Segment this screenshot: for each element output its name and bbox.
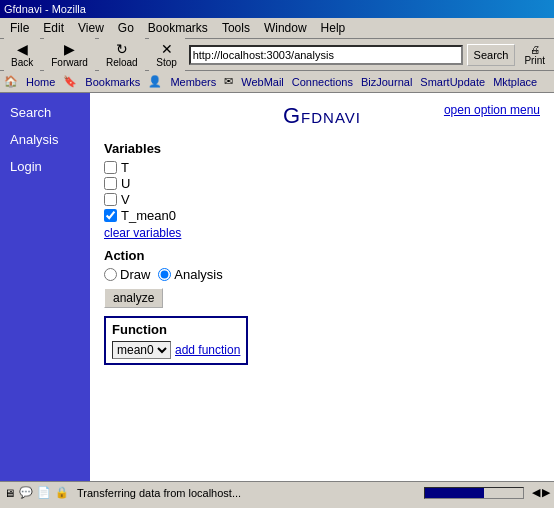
forward-icon: ▶: [64, 41, 75, 57]
bookmark-mktplace[interactable]: Mktplace: [493, 76, 537, 88]
radio-analysis-input[interactable]: [158, 268, 171, 281]
variable-tmean0-label: T_mean0: [121, 208, 176, 223]
checkbox-u[interactable]: [104, 177, 117, 190]
radio-group: Draw Analysis: [104, 267, 540, 282]
checkbox-v[interactable]: [104, 193, 117, 206]
action-section: Action Draw Analysis analyze: [104, 248, 540, 308]
radio-draw-input[interactable]: [104, 268, 117, 281]
sidebar-analysis[interactable]: Analysis: [0, 128, 90, 151]
progress-bar-container: [424, 487, 524, 499]
bookmark-webmail[interactable]: WebMail: [241, 76, 284, 88]
bookmark-icon: 🏠: [4, 75, 18, 88]
address-bar: Search: [189, 44, 516, 66]
print-icon: 🖨: [530, 44, 540, 55]
stop-icon: ✕: [161, 41, 173, 57]
bookmark-home[interactable]: Home: [26, 76, 55, 88]
variable-v: V: [104, 192, 540, 207]
toolbar: ◀ Back ▶ Forward ↻ Reload ✕ Stop Search …: [0, 39, 554, 71]
checkbox-tmean0[interactable]: [104, 209, 117, 222]
arrow-right-icon: ▶: [542, 486, 550, 499]
stop-label: Stop: [156, 57, 177, 68]
menu-file[interactable]: File: [4, 20, 35, 36]
back-button[interactable]: ◀ Back: [4, 38, 40, 71]
bookmark-connections[interactable]: Connections: [292, 76, 353, 88]
variable-v-label: V: [121, 192, 130, 207]
forward-button[interactable]: ▶ Forward: [44, 38, 95, 71]
progress-bar-fill: [425, 488, 484, 498]
bookmark-icon-mem: 👤: [148, 75, 162, 88]
variable-u: U: [104, 176, 540, 191]
status-icon-3: 📄: [37, 486, 51, 499]
address-input[interactable]: [189, 45, 463, 65]
search-button[interactable]: Search: [467, 44, 516, 66]
variables-title: Variables: [104, 141, 540, 156]
back-label: Back: [11, 57, 33, 68]
sidebar-login[interactable]: Login: [0, 155, 90, 178]
bookmark-bookmarks[interactable]: Bookmarks: [85, 76, 140, 88]
menu-edit[interactable]: Edit: [37, 20, 70, 36]
function-select[interactable]: mean0: [112, 341, 171, 359]
menu-view[interactable]: View: [72, 20, 110, 36]
menu-tools[interactable]: Tools: [216, 20, 256, 36]
menu-help[interactable]: Help: [315, 20, 352, 36]
forward-label: Forward: [51, 57, 88, 68]
radio-analysis: Analysis: [158, 267, 222, 282]
bookmark-smartupdate[interactable]: SmartUpdate: [420, 76, 485, 88]
variable-t: T: [104, 160, 540, 175]
variable-t-label: T: [121, 160, 129, 175]
print-button[interactable]: 🖨 Print: [519, 41, 550, 69]
status-icon-1: 🖥: [4, 487, 15, 499]
action-title: Action: [104, 248, 540, 263]
menu-bar: File Edit View Go Bookmarks Tools Window…: [0, 18, 554, 39]
main-area: Search Analysis Login Gfdnavi open optio…: [0, 93, 554, 481]
radio-draw-label: Draw: [120, 267, 150, 282]
bookmarks-bar: 🏠 Home 🔖 Bookmarks 👤 Members ✉ WebMail C…: [0, 71, 554, 93]
add-function-link[interactable]: add function: [175, 343, 240, 357]
content-area: Gfdnavi open option menu Variables T U V…: [90, 93, 554, 481]
reload-label: Reload: [106, 57, 138, 68]
radio-analysis-label: Analysis: [174, 267, 222, 282]
status-icon-4: 🔒: [55, 486, 69, 499]
bookmark-icon-web: ✉: [224, 75, 233, 88]
back-icon: ◀: [17, 41, 28, 57]
menu-window[interactable]: Window: [258, 20, 313, 36]
function-controls: mean0 add function: [112, 341, 240, 359]
menu-go[interactable]: Go: [112, 20, 140, 36]
status-arrows: ◀ ▶: [532, 486, 550, 499]
sidebar: Search Analysis Login: [0, 93, 90, 481]
bookmark-icon-bm: 🔖: [63, 75, 77, 88]
function-section: Function mean0 add function: [104, 316, 248, 365]
arrow-left-icon: ◀: [532, 486, 540, 499]
status-bar: 🖥 💬 📄 🔒 Transferring data from localhost…: [0, 481, 554, 503]
option-menu-link[interactable]: open option menu: [444, 103, 540, 117]
bookmark-bizjournal[interactable]: BizJournal: [361, 76, 412, 88]
checkbox-t[interactable]: [104, 161, 117, 174]
variable-u-label: U: [121, 176, 130, 191]
title-text: Gfdnavi - Mozilla: [4, 3, 86, 15]
variables-section: Variables T U V T_mean0 clear variables: [104, 141, 540, 240]
radio-draw: Draw: [104, 267, 150, 282]
status-text: Transferring data from localhost...: [77, 487, 416, 499]
sidebar-search[interactable]: Search: [0, 101, 90, 124]
title-bar: Gfdnavi - Mozilla: [0, 0, 554, 18]
reload-icon: ↻: [116, 41, 128, 57]
reload-button[interactable]: ↻ Reload: [99, 38, 145, 71]
stop-button[interactable]: ✕ Stop: [149, 38, 185, 71]
variable-tmean0: T_mean0: [104, 208, 540, 223]
status-icon-2: 💬: [19, 486, 33, 499]
status-icons: 🖥 💬 📄 🔒: [4, 486, 69, 499]
print-label: Print: [524, 55, 545, 66]
clear-variables-link[interactable]: clear variables: [104, 226, 181, 240]
bookmark-members[interactable]: Members: [170, 76, 216, 88]
function-title: Function: [112, 322, 240, 337]
analyze-button[interactable]: analyze: [104, 288, 163, 308]
menu-bookmarks[interactable]: Bookmarks: [142, 20, 214, 36]
